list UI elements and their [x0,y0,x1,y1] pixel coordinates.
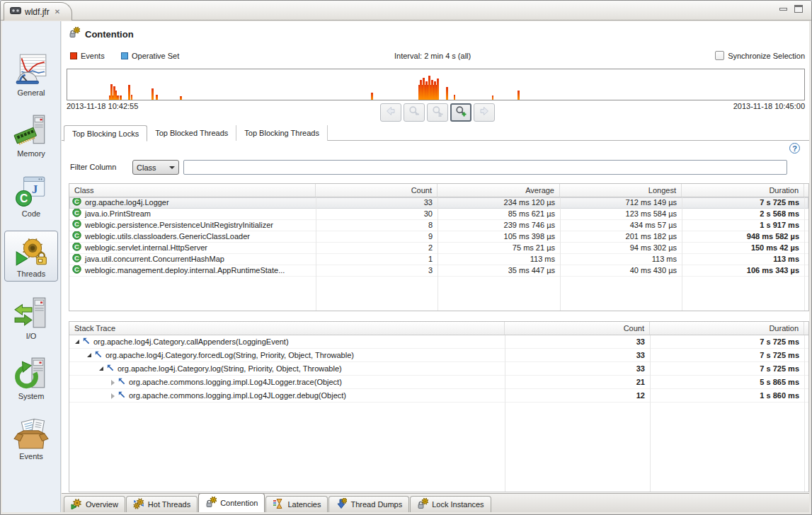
stack-trace-row[interactable]: org.apache.log4j.Category.callAppenders(… [69,335,808,349]
events-legend-label: Events [81,52,105,60]
forward-button[interactable] [474,103,495,122]
tab-overview[interactable]: Overview [64,496,125,512]
tab-latencies[interactable]: Latencies [265,496,328,512]
timeline-bar [428,76,430,100]
count-cell: 33 [316,197,438,208]
count-cell: 1 [316,254,438,265]
collapse-arrow-icon[interactable] [75,340,79,344]
column-header-count[interactable]: Count [316,184,438,197]
expand-arrow-icon[interactable] [111,380,115,386]
timeline-bar [156,95,158,100]
operative-set-legend-label: Operative Set [132,52,179,60]
timeline-end-label: 2013-11-18 10:45:00 [733,102,805,110]
stack-trace-row[interactable]: org.apache.log4j.Category.forcedLog(Stri… [69,349,808,362]
spacer-cell [804,335,809,348]
column-divider [560,197,561,311]
minimize-view-icon[interactable] [779,8,787,11]
svg-text:C: C [20,192,28,204]
column-header-count[interactable]: Count [505,322,650,335]
filter-column-label: Filter Column [70,163,116,171]
table-row[interactable]: Cweblogic.utils.classloaders.GenericClas… [69,231,808,243]
bottom-tab-label: Contention [220,499,258,507]
column-header-class[interactable]: Class [69,184,316,197]
expand-arrow-icon[interactable] [111,393,115,399]
zoom-out-button[interactable] [404,103,425,122]
column-header-duration[interactable]: Duration [682,184,804,197]
duration-cell: 113 ms [682,254,804,265]
sidebar-item-label: I/O [2,332,60,340]
synchronize-selection-checkbox[interactable] [715,51,724,60]
table-row[interactable]: Cweblogic.management.deploy.internal.App… [69,265,808,277]
sidebar-item-general[interactable]: General [2,52,60,97]
column-header-longest[interactable]: Longest [560,184,682,197]
column-divider [438,197,438,311]
stack-frame-icon [82,335,90,348]
result-tab-folder: Top Blocking LocksTop Blocked ThreadsTop… [62,125,809,141]
sidebar-item-threads[interactable]: Threads [4,231,58,282]
back-button[interactable] [380,103,401,122]
timeline-bar [131,95,132,100]
average-cell: 85 ms 621 µs [438,209,560,219]
column-header-spacer [804,322,809,335]
duration-cell: 7 s 725 ms [650,349,804,361]
duration-cell: 7 s 725 ms [650,362,804,375]
tab-thread-dumps[interactable]: Thread Dumps [328,496,409,512]
sidebar-item-label: Code [2,209,60,218]
svg-text:C: C [74,197,79,205]
collapse-arrow-icon[interactable] [99,366,103,371]
filter-column-dropdown[interactable]: Class [132,160,179,175]
timeline-start-label: 2013-11-18 10:42:55 [67,102,138,110]
table-row[interactable]: Cjava.io.PrintStream3085 ms 621 µs123 ms… [69,209,808,220]
sidebar-item-system[interactable]: System [2,356,60,400]
count-cell: 9 [316,231,438,242]
count-cell: 21 [505,376,650,388]
column-header-duration[interactable]: Duration [650,322,804,335]
filter-row: Filter Column Class [62,160,809,175]
zoom-range-button[interactable] [427,103,448,122]
filter-text-input[interactable] [183,160,787,175]
table-row[interactable]: Corg.apache.log4j.Logger33234 ms 120 µs7… [69,197,808,209]
tab-hot-threads[interactable]: Hot Threads [126,496,198,512]
tab-lock-instances[interactable]: Lock Instances [410,496,491,512]
stack-trace-row[interactable]: org.apache.commons.logging.impl.Log4JLog… [69,389,808,403]
timeline-bar [128,85,130,100]
sidebar-item-code[interactable]: J CCode [2,173,60,218]
column-header-average[interactable]: Average [438,184,560,197]
stack-trace-row[interactable]: org.apache.commons.logging.impl.Log4JLog… [69,376,808,389]
editor-tab-wldf[interactable]: wldf.jfr ✕ [4,2,72,21]
timeline-chart[interactable] [67,69,805,100]
longest-cell: 434 ms 57 µs [560,220,682,231]
sidebar-item-events[interactable]: Events [2,416,60,461]
contention-icon [69,27,80,41]
tab-contention[interactable]: Contention [198,493,265,512]
stack-frame-icon [94,349,102,361]
table-row[interactable]: Cweblogic.persistence.PersistenceUnitReg… [69,220,808,231]
table-row[interactable]: Cjava.util.concurrent.ConcurrentHashMap1… [69,254,808,265]
locks-table-header: ClassCountAverageLongestDuration [69,184,808,197]
close-tab-icon[interactable]: ✕ [55,8,60,16]
sidebar-item-io[interactable]: I/O [2,296,60,340]
stack-trace-row[interactable]: org.apache.log4j.Category.log(String, Pr… [69,362,808,376]
stack-table-header: Stack TraceCountDuration [69,322,808,335]
longest-cell: 94 ms 302 µs [560,243,682,253]
sidebar-item-memory[interactable]: Memory [2,113,60,158]
tab-top-blocked-threads[interactable]: Top Blocked Threads [147,125,236,141]
sidebar-item-label: General [2,88,60,97]
svg-text:C: C [74,243,79,250]
bottom-tab-label: Thread Dumps [350,500,402,509]
general-icon [13,52,49,88]
bottom-tab-label: Lock Instances [432,500,484,509]
class-name: weblogic.persistence.PersistenceUnitRegi… [85,220,273,231]
tab-top-blocking-threads[interactable]: Top Blocking Threads [236,125,328,141]
help-icon[interactable]: ? [789,143,800,154]
tab-top-blocking-locks[interactable]: Top Blocking Locks [64,125,147,141]
maximize-view-icon[interactable] [794,5,803,13]
zoom-in-button[interactable] [450,103,471,122]
bottom-tab-label: Overview [86,500,118,509]
timeline-bar [517,91,520,100]
sidebar-item-label: Threads [5,270,57,278]
column-header-stack-trace[interactable]: Stack Trace [69,322,505,335]
table-row[interactable]: Cweblogic.servlet.internal.HttpServer275… [69,243,808,254]
duration-cell: 2 s 568 ms [682,209,804,219]
collapse-arrow-icon[interactable] [87,353,91,357]
